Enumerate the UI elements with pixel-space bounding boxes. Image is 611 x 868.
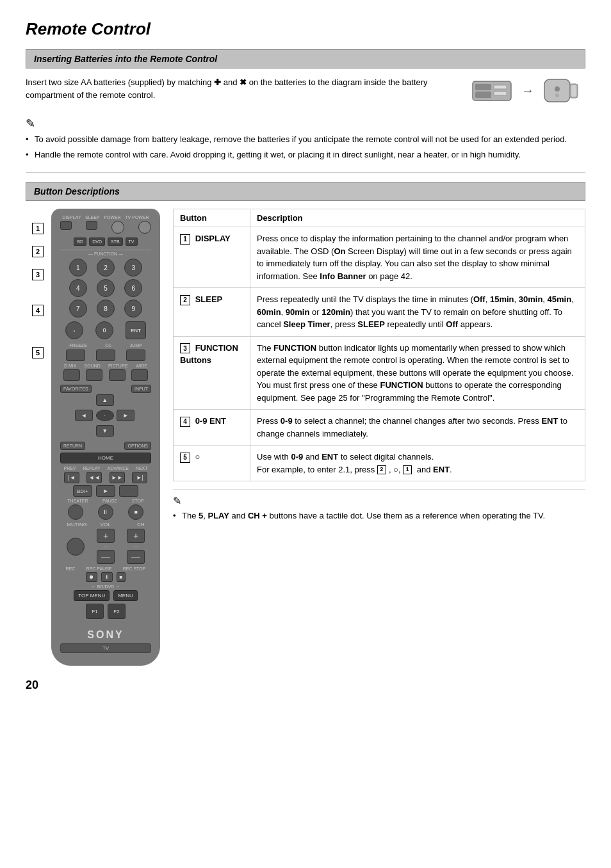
dpad-right[interactable]: ► (117, 410, 134, 421)
label-3: 3 (32, 269, 44, 280)
power-btn[interactable] (111, 221, 124, 234)
ch-section: + — — (127, 529, 145, 564)
note-section: ✎ To avoid possible damage from battery … (26, 117, 585, 161)
f1-btn[interactable]: F1 (86, 604, 104, 619)
top-menu-btn[interactable]: TOP MENU (74, 590, 110, 601)
remote-bottom-btns: TOP MENU MENU (60, 590, 151, 601)
play-btn[interactable]: ► (96, 485, 115, 497)
freeze-btn[interactable] (66, 350, 85, 361)
btn-4[interactable]: 4 (69, 279, 87, 297)
btn-1[interactable]: 1 (69, 259, 87, 277)
page-number: 20 (26, 679, 585, 692)
muting-btn[interactable] (67, 538, 85, 556)
svg-point-9 (555, 93, 559, 97)
sleep-btn[interactable] (86, 221, 97, 230)
battery-image: → (470, 76, 585, 105)
btn-9[interactable]: 9 (124, 300, 142, 317)
theater-btn[interactable] (68, 504, 83, 520)
btn-6[interactable]: 6 (124, 279, 142, 297)
btn-cell-function: 3 FUNCTIONButtons (174, 336, 250, 410)
replay-btn[interactable]: ◄◄ (86, 472, 102, 483)
picture-btn[interactable] (109, 369, 126, 381)
table-header-button: Button (174, 209, 250, 227)
btn-7[interactable]: 7 (69, 300, 87, 317)
rec-labels: RECREC PAUSEREC STOP (60, 567, 151, 571)
btn-8[interactable]: 8 (97, 300, 115, 317)
btn-cell-circle: 5 ○ (174, 446, 250, 481)
page-container: Remote Control Inserting Batteries into … (26, 19, 585, 692)
label-5: 5 (32, 347, 44, 358)
vol-up-btn[interactable]: + (97, 529, 115, 543)
advance-btn[interactable]: ►► (110, 472, 125, 483)
button-desc-table: Button Description 1 DISPLAY Press once … (173, 209, 585, 481)
btn-cell-0-9-ent: 4 0-9 ENT (174, 410, 250, 446)
freeze-cc-jump-btns (60, 350, 151, 361)
dmix-btn[interactable] (63, 369, 80, 381)
pause-btn[interactable]: ⏸ (98, 504, 113, 520)
btn-5[interactable]: 5 (97, 279, 115, 297)
dpad: ▲ ◄ · ► ▼ (75, 394, 136, 439)
remote-extra-row: · 0 ENT (60, 321, 151, 339)
ent-btn[interactable]: ENT (126, 321, 146, 339)
freeze-cc-jump-labels: FREEZECCJUMP (60, 343, 151, 348)
ch-down-btn[interactable]: — (127, 550, 145, 564)
return-btn[interactable]: RETURN (60, 442, 85, 450)
table-row: 5 ○ Use with 0-9 and ENT to select digit… (174, 446, 585, 481)
tv-src-btn[interactable]: TV (126, 237, 138, 246)
vol-ch-row: + — — + — — (60, 529, 151, 564)
remote-body: DISPLAY SLEEP POWER TV POWER BD (51, 209, 160, 666)
battery-arrow: → (521, 83, 534, 98)
section-header-button-desc: Button Descriptions (26, 182, 585, 201)
options-btn[interactable]: OPTIONS (124, 442, 151, 450)
note-icon: ✎ (26, 117, 585, 131)
table-row: 3 FUNCTIONButtons The FUNCTION button in… (174, 336, 585, 410)
rec-stop-btn[interactable]: ■ (117, 572, 126, 582)
favorites-btn[interactable]: FAVORITES (60, 385, 92, 393)
dvd-btn[interactable]: DVD (89, 237, 105, 246)
stop-btn[interactable]: ■ (128, 504, 143, 520)
f2-btn[interactable]: F2 (108, 604, 126, 619)
home-btn[interactable]: HOME (60, 453, 151, 463)
playback-labels: PREVREPLAYADVANCENEXT (60, 466, 151, 470)
rec-btn[interactable]: ⏺ (86, 572, 97, 582)
prev-btn[interactable]: |◄ (64, 472, 79, 483)
dpad-down[interactable]: ▼ (96, 425, 114, 437)
stb-btn[interactable]: STB (108, 237, 123, 246)
dpad-left[interactable]: ◄ (75, 410, 93, 421)
dot-btn[interactable]: · (65, 321, 83, 339)
input-btn[interactable]: INPUT (131, 385, 151, 393)
rec-pause-btn[interactable]: ⏸ (101, 572, 113, 582)
dpad-ok[interactable]: · (96, 410, 114, 421)
table-row: 4 0-9 ENT Press 0-9 to select a channel;… (174, 410, 585, 446)
mode-labels: D.MIXSOUNDPICTUREWIDE (60, 364, 151, 368)
next-btn[interactable]: ►| (132, 472, 147, 483)
f-buttons: F1 F2 (60, 604, 151, 619)
btn-0[interactable]: 0 (95, 321, 113, 339)
wide-btn[interactable] (131, 369, 148, 381)
tv-label-btn[interactable]: TV (60, 643, 151, 653)
bd-btn[interactable]: BD (74, 237, 86, 246)
btn-3[interactable]: 3 (124, 259, 142, 277)
tv-power-btn[interactable] (138, 221, 151, 234)
bd-mode-btn[interactable]: BD/+ (73, 485, 92, 497)
battery-text: Insert two size AA batteries (supplied) … (26, 76, 457, 101)
jump-btn[interactable] (126, 350, 145, 361)
btn-2[interactable]: 2 (97, 259, 115, 277)
ch-up-btn[interactable]: + (127, 529, 145, 543)
fav-input-row: FAVORITES INPUT (60, 385, 151, 393)
svg-rect-3 (494, 85, 507, 89)
menu-btn[interactable]: MENU (113, 590, 138, 601)
sound-btn[interactable] (86, 369, 102, 381)
dpad-up[interactable]: ▲ (96, 394, 114, 406)
rec-section: ⏺ ⏸ ■ (60, 572, 151, 582)
cc-btn[interactable] (96, 350, 115, 361)
display-btn[interactable] (60, 221, 72, 230)
play-right-btn[interactable] (119, 485, 138, 497)
vol-down-btn[interactable]: — (97, 550, 115, 564)
bottom-note-icon: ✎ (173, 495, 585, 507)
bddvd-menu-labels: ← BD/DVD → (60, 584, 151, 589)
battery-open-svg (471, 76, 516, 105)
page-title: Remote Control (26, 19, 585, 39)
vol-ch-labels: MUTINGVOLCH (60, 522, 151, 527)
desc-cell-sleep: Press repeatedly until the TV displays t… (250, 288, 585, 337)
